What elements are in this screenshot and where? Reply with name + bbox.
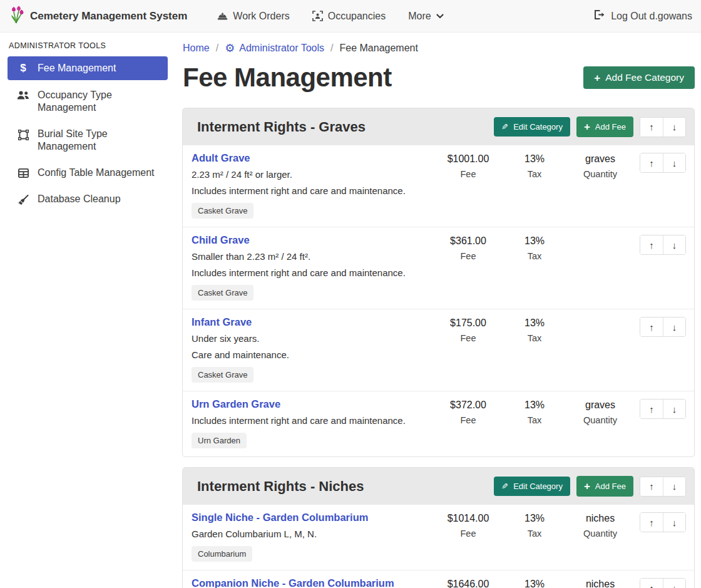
- sidebar-item-label: Occupancy Type Management: [38, 89, 161, 114]
- sidebar-item-database-cleanup[interactable]: Database Cleanup: [8, 188, 168, 210]
- move-category-up-button[interactable]: ↑: [640, 118, 663, 137]
- sidebar-item-occupancy-type[interactable]: Occupancy Type Management: [8, 84, 168, 119]
- fee-quantity: graves: [566, 153, 635, 165]
- edit-category-button[interactable]: ✎ Edit Category: [494, 477, 570, 496]
- fee-quantity: niches: [566, 579, 635, 588]
- add-fee-button[interactable]: + Add Fee: [576, 476, 633, 497]
- plus-icon: +: [584, 121, 590, 132]
- fee-category-list: Interment Rights - Graves ✎ Edit Categor…: [182, 108, 695, 588]
- fee-row-list: Single Niche - Garden Columbarium Garden…: [183, 505, 694, 588]
- breadcrumb-admin-tools-link[interactable]: ⚙ Administrator Tools: [225, 43, 324, 54]
- fee-amount: $1014.00: [433, 513, 503, 524]
- fee-type-badge: Casket Grave: [192, 203, 253, 219]
- fee-amount-label: Fee: [433, 333, 503, 343]
- move-fee-down-button[interactable]: ↓: [663, 400, 685, 418]
- fee-amount-label: Fee: [433, 529, 503, 539]
- fee-reorder-group: ↑ ↓: [640, 512, 686, 532]
- fee-type-badge: Urn Garden: [192, 433, 247, 448]
- pencil-icon: ✎: [501, 123, 508, 131]
- fee-tax-label: Tax: [503, 333, 566, 343]
- move-fee-down-button[interactable]: ↓: [663, 235, 685, 254]
- sidebar-item-burial-site-type[interactable]: Burial Site Type Management: [8, 123, 168, 158]
- move-fee-down-button[interactable]: ↓: [663, 579, 685, 588]
- add-fee-button[interactable]: + Add Fee: [576, 116, 633, 137]
- fee-name-link[interactable]: Companion Niche - Garden Columbarium: [192, 577, 394, 588]
- move-fee-up-button[interactable]: ↑: [640, 235, 663, 254]
- nav-item-label: Work Orders: [233, 11, 289, 22]
- fee-row: Companion Niche - Garden Columbarium Gar…: [183, 570, 694, 588]
- sidebar-item-config-table[interactable]: Config Table Management: [8, 162, 168, 184]
- move-fee-down-button[interactable]: ↓: [663, 317, 685, 336]
- fee-description-1: Includes interment right and care and ma…: [192, 415, 433, 426]
- fee-amount: $1001.00: [433, 153, 503, 165]
- fee-quantity: graves: [566, 400, 635, 411]
- chevron-down-icon: [436, 14, 444, 19]
- breadcrumb-current: Fee Management: [340, 43, 418, 54]
- breadcrumb-home-link[interactable]: Home: [183, 43, 210, 54]
- add-fee-category-button[interactable]: + Add Fee Category: [583, 66, 695, 89]
- nav-item-work-orders[interactable]: Work Orders: [217, 11, 289, 22]
- sidebar-item-fee-management[interactable]: $ Fee Management: [8, 56, 168, 80]
- fee-tax-label: Tax: [503, 415, 566, 425]
- nav-item-more[interactable]: More: [408, 11, 443, 22]
- fee-category-header: Interment Rights - Niches ✎ Edit Categor…: [183, 468, 694, 505]
- fee-row: Infant Grave Under six years. Care and m…: [183, 309, 694, 391]
- fee-name-link[interactable]: Child Grave: [192, 234, 250, 246]
- move-category-up-button[interactable]: ↑: [640, 477, 663, 496]
- fee-category-card: Interment Rights - Graves ✎ Edit Categor…: [182, 108, 695, 457]
- move-fee-up-button[interactable]: ↑: [640, 153, 663, 172]
- move-category-down-button[interactable]: ↓: [663, 477, 685, 496]
- tulip-logo-icon: [9, 6, 24, 27]
- gear-icon: ⚙: [225, 43, 235, 54]
- fee-tax-label: Tax: [503, 529, 566, 539]
- logout-button[interactable]: Log Out d.gowans: [594, 9, 692, 23]
- move-fee-up-button[interactable]: ↑: [640, 317, 663, 336]
- fee-reorder-group: ↑ ↓: [640, 235, 686, 255]
- fee-tax: 13%: [503, 235, 566, 247]
- move-fee-up-button[interactable]: ↑: [640, 513, 663, 532]
- add-fee-label: Add Fee: [595, 482, 626, 491]
- logout-label: Log Out d.gowans: [611, 11, 692, 22]
- sidebar-item-label: Burial Site Type Management: [38, 128, 161, 153]
- edit-category-button[interactable]: ✎ Edit Category: [494, 117, 570, 137]
- dollar-icon: $: [16, 63, 30, 73]
- fee-name-link[interactable]: Adult Grave: [192, 152, 250, 164]
- hard-hat-icon: [217, 11, 228, 21]
- move-fee-up-button[interactable]: ↑: [640, 400, 663, 418]
- sidebar-item-label: Fee Management: [38, 62, 116, 75]
- fee-quantity-label: Quantity: [566, 529, 635, 539]
- app-title: Cemetery Management System: [30, 10, 187, 23]
- add-fee-label: Add Fee: [595, 122, 626, 132]
- move-fee-up-button[interactable]: ↑: [640, 579, 663, 588]
- fee-description-1: Smaller than 2.23 m² / 24 ft².: [192, 251, 433, 262]
- move-category-down-button[interactable]: ↓: [663, 118, 685, 137]
- fee-type-badge: Columbarium: [192, 546, 252, 562]
- fee-name-link[interactable]: Single Niche - Garden Columbarium: [192, 512, 368, 524]
- fee-name-link[interactable]: Urn Garden Grave: [192, 398, 280, 410]
- fee-amount: $175.00: [433, 317, 503, 329]
- sidebar-item-label: Config Table Management: [38, 167, 155, 179]
- fee-quantity-label: Quantity: [566, 415, 635, 425]
- fee-amount-label: Fee: [433, 415, 503, 425]
- fee-quantity-label: Quantity: [566, 169, 635, 179]
- breadcrumb: Home / ⚙ Administrator Tools / Fee Manag…: [183, 43, 695, 54]
- breadcrumb-admin-tools-label: Administrator Tools: [239, 43, 324, 54]
- move-fee-down-button[interactable]: ↓: [663, 153, 685, 172]
- fee-description-1: 2.23 m² / 24 ft² or larger.: [192, 169, 433, 180]
- fee-category-header: Interment Rights - Graves ✎ Edit Categor…: [183, 108, 694, 145]
- move-fee-down-button[interactable]: ↓: [663, 513, 685, 532]
- category-reorder-group: ↑ ↓: [640, 117, 686, 137]
- logout-icon: [594, 9, 605, 23]
- users-icon: [16, 90, 30, 100]
- app-brand[interactable]: Cemetery Management System: [9, 6, 187, 27]
- category-title: Interment Rights - Graves: [191, 119, 494, 135]
- main-content: Home / ⚙ Administrator Tools / Fee Manag…: [175, 33, 701, 588]
- sidebar-item-label: Database Cleanup: [38, 193, 121, 205]
- occupancy-icon: [312, 11, 323, 21]
- fee-tax: 13%: [503, 513, 566, 524]
- nav-item-occupancies[interactable]: Occupancies: [312, 11, 386, 22]
- fee-reorder-group: ↑ ↓: [640, 153, 686, 173]
- fee-reorder-group: ↑ ↓: [640, 317, 686, 337]
- plus-icon: +: [584, 481, 590, 492]
- fee-name-link[interactable]: Infant Grave: [192, 316, 252, 328]
